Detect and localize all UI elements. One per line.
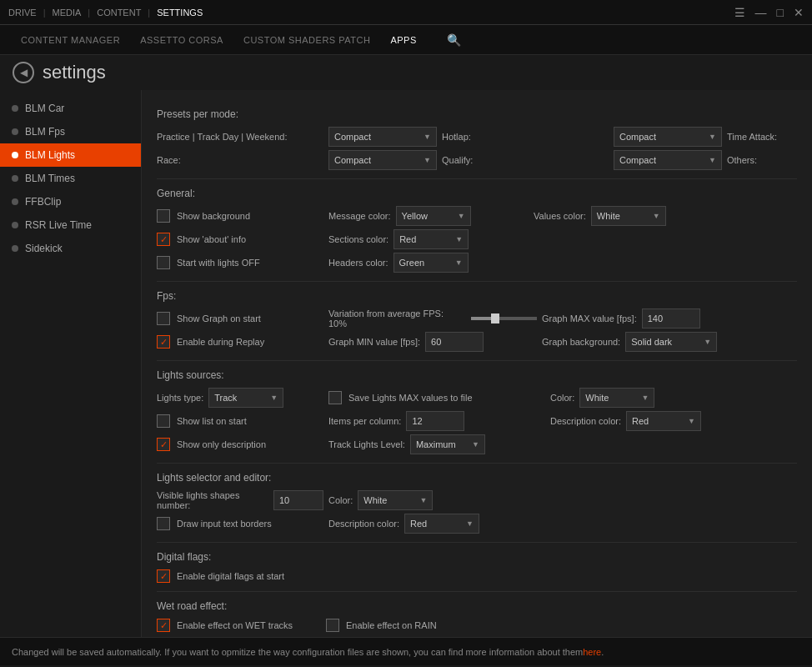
graph-bg-dropdown[interactable]: Solid dark ▼ xyxy=(625,332,717,352)
nav-media[interactable]: MEDIA xyxy=(52,8,81,18)
save-max-label: Save Lights MAX values to file xyxy=(348,393,473,403)
start-lights-checkbox[interactable] xyxy=(157,256,170,269)
appbar-tabs: CONTENT MANAGER ASSETTO CORSA CUSTOM SHA… xyxy=(21,32,461,48)
titlebar-nav: DRIVE | MEDIA | CONTENT | SETTINGS xyxy=(8,8,203,18)
visible-shapes-input[interactable] xyxy=(273,490,323,510)
hotlap-label: Hotlap: xyxy=(442,132,609,142)
show-background-label: Show background xyxy=(177,211,250,221)
enable-wet-checkbox[interactable]: ✓ xyxy=(157,619,170,632)
lights-color-label: Color: xyxy=(550,393,574,403)
items-per-col-group: Items per column: xyxy=(328,411,545,431)
sidebar-dot xyxy=(12,105,18,112)
visible-shapes-label: Visible lights shapes number: xyxy=(157,490,268,510)
practice-dropdown[interactable]: Compact ▼ xyxy=(328,127,437,147)
track-lights-label: Track Lights Level: xyxy=(328,439,405,449)
tab-custom-shaders[interactable]: CUSTOM SHADERS PATCH xyxy=(243,32,370,48)
nav-drive[interactable]: DRIVE xyxy=(8,8,37,18)
practice-label: Practice | Track Day | Weekend: xyxy=(157,132,323,142)
wet-road-header: Wet road effect: xyxy=(157,600,797,612)
titlebar-controls: ☰ — □ ✕ xyxy=(734,6,804,19)
nav-settings[interactable]: SETTINGS xyxy=(157,8,203,18)
close-button[interactable]: ✕ xyxy=(794,6,804,19)
sidebar-dot-active xyxy=(12,152,18,158)
sidebar-label-ffbclip: FFBClip xyxy=(25,196,61,208)
digital-flags-header: Digital flags: xyxy=(157,551,797,563)
show-only-desc-label: Show only description xyxy=(177,439,266,449)
sidebar-dot xyxy=(12,128,18,135)
search-icon[interactable]: 🔍 xyxy=(447,33,461,47)
minimize-button[interactable]: — xyxy=(755,6,767,19)
enable-rain-row: Enable effect on RAIN xyxy=(326,619,437,632)
show-graph-label: Show Graph on start xyxy=(177,313,261,323)
values-color-label: Values color: xyxy=(534,211,586,221)
graph-min-input[interactable] xyxy=(425,332,484,352)
enable-digital-flags-checkbox[interactable]: ✓ xyxy=(157,569,170,583)
menu-icon[interactable]: ☰ xyxy=(734,6,745,19)
graph-max-label: Graph MAX value [fps]: xyxy=(542,313,637,323)
message-color-label: Message color: xyxy=(328,211,391,221)
show-only-desc-checkbox[interactable]: ✓ xyxy=(157,438,170,451)
enable-replay-label: Enable during Replay xyxy=(177,337,264,347)
values-color-dropdown[interactable]: White ▼ xyxy=(591,206,666,226)
time-attack-label: Time Attack: xyxy=(727,132,812,142)
desc-color-label: Description color: xyxy=(550,416,621,426)
save-max-checkbox[interactable] xyxy=(328,391,342,404)
headers-color-label: Headers color: xyxy=(328,258,388,268)
sidebar-item-blm-fps[interactable]: BLM Fps xyxy=(0,120,141,143)
statusbar-link[interactable]: here xyxy=(583,647,601,657)
sidebar-item-sidekick[interactable]: Sidekick xyxy=(0,237,141,260)
show-list-row: Show list on start xyxy=(157,414,323,428)
enable-rain-checkbox[interactable] xyxy=(326,619,339,632)
lights-type-group: Lights type: Track ▼ xyxy=(157,388,323,408)
show-background-checkbox[interactable] xyxy=(157,209,170,223)
items-per-col-input[interactable] xyxy=(406,411,464,431)
sidebar-item-rsr[interactable]: RSR Live Time xyxy=(0,213,141,237)
graph-max-input[interactable] xyxy=(642,308,700,328)
message-color-dropdown[interactable]: Yellow ▼ xyxy=(396,206,471,226)
race-dropdown[interactable]: Compact ▼ xyxy=(328,150,437,170)
sidebar-item-blm-car[interactable]: BLM Car xyxy=(0,97,141,120)
show-about-checkbox[interactable]: ✓ xyxy=(157,233,170,246)
selector-desc-color-dropdown[interactable]: Red ▼ xyxy=(404,514,479,534)
sidebar-item-blm-times[interactable]: BLM Times xyxy=(0,167,141,190)
enable-wet-label: Enable effect on WET tracks xyxy=(177,620,293,630)
graph-min-group: Graph MIN value [fps]: xyxy=(328,332,537,352)
lights-color-group: Color: White ▼ xyxy=(550,388,797,408)
show-list-checkbox[interactable] xyxy=(157,414,170,428)
lights-selector-header: Lights selector and editor: xyxy=(157,472,797,484)
qualify-label: Qualify: xyxy=(442,155,609,165)
tab-content-manager[interactable]: CONTENT MANAGER xyxy=(21,32,120,48)
qualify-dropdown[interactable]: Compact ▼ xyxy=(614,150,722,170)
message-color-group: Message color: Yellow ▼ xyxy=(328,206,529,226)
enable-digital-flags-row: ✓ Enable digital flags at start xyxy=(157,569,797,583)
headers-color-dropdown[interactable]: Green ▼ xyxy=(393,253,469,273)
tab-apps[interactable]: APPS xyxy=(390,32,416,48)
enable-replay-checkbox[interactable]: ✓ xyxy=(157,335,170,349)
show-about-row: ✓ Show 'about' info xyxy=(157,233,323,246)
presets-section-header: Presets per mode: xyxy=(157,108,797,120)
track-lights-dropdown[interactable]: Maximum ▼ xyxy=(410,434,485,454)
tab-assetto-corsa[interactable]: ASSETTO CORSA xyxy=(140,32,223,48)
graph-min-label: Graph MIN value [fps]: xyxy=(328,337,420,347)
maximize-button[interactable]: □ xyxy=(777,6,784,19)
draw-borders-label: Draw input text borders xyxy=(177,519,272,529)
enable-wet-row: ✓ Enable effect on WET tracks xyxy=(157,619,293,632)
values-color-group: Values color: White ▼ xyxy=(534,206,734,226)
show-graph-checkbox[interactable] xyxy=(157,312,170,325)
sections-color-dropdown[interactable]: Red ▼ xyxy=(393,229,469,249)
draw-borders-checkbox[interactable] xyxy=(157,517,170,530)
show-list-label: Show list on start xyxy=(177,416,247,426)
page-title: settings xyxy=(43,62,106,83)
sidebar-item-blm-lights[interactable]: BLM Lights xyxy=(0,143,141,167)
enable-digital-flags-label: Enable digital flags at start xyxy=(177,571,284,581)
lights-type-dropdown[interactable]: Track ▼ xyxy=(208,388,283,408)
nav-content[interactable]: CONTENT xyxy=(97,8,141,18)
lights-color-dropdown[interactable]: White ▼ xyxy=(579,388,654,408)
back-button[interactable]: ◀ xyxy=(13,62,34,83)
sidebar-item-ffbclip[interactable]: FFBClip xyxy=(0,190,141,213)
desc-color-dropdown[interactable]: Red ▼ xyxy=(626,411,701,431)
selector-color-dropdown[interactable]: White ▼ xyxy=(358,490,433,510)
show-background-row: Show background xyxy=(157,209,323,223)
draw-borders-row: Draw input text borders xyxy=(157,517,323,530)
hotlap-dropdown[interactable]: Compact ▼ xyxy=(614,127,722,147)
